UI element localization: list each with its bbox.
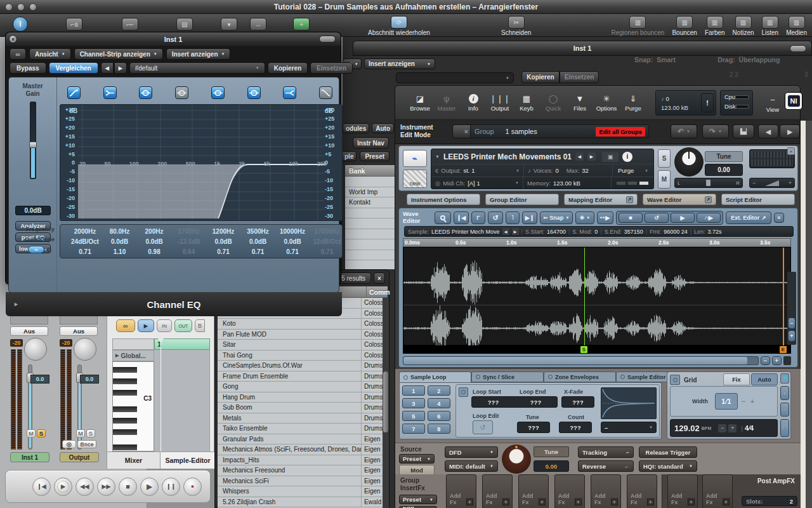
sample-list-row[interactable]: Impacts_Hits Eigen [218, 455, 383, 466]
close-results-icon[interactable]: × [374, 272, 385, 284]
channel-name-2[interactable]: Output [60, 452, 99, 462]
vzoom-in-icon[interactable]: + [788, 330, 796, 342]
band-4-peak-button[interactable] [175, 86, 188, 99]
bank-row[interactable] [345, 229, 395, 240]
autozoom-icon[interactable]: ⌐a [66, 18, 82, 30]
sample-end-value[interactable]: 357150 [624, 229, 643, 235]
wave-loop-play-button[interactable]: ↺ [645, 213, 669, 223]
editor-tab[interactable]: Wave Editor↗ [643, 194, 716, 205]
kontakt-toolbar-button[interactable]: ◯Quick [540, 88, 566, 117]
wave-scrollbar-thumb[interactable] [403, 357, 747, 364]
toolbar-button[interactable]: ▥Notizen [733, 16, 754, 36]
release-trigger-button[interactable]: Release Trigger [639, 446, 697, 458]
bank-header[interactable]: Bank [345, 165, 395, 177]
wave-timeline[interactable]: 0.0ms0.5s1.0s1.5s2.0s2.5s3.0s3.5s [403, 238, 791, 247]
next-instrument-button[interactable]: ▶ [780, 124, 800, 138]
toolbar-button[interactable]: ▥Regionen bouncen [611, 16, 664, 36]
kopieren-button[interactable]: Kopieren [521, 71, 560, 83]
band-5-peak-button[interactable] [211, 86, 225, 99]
bank-row[interactable] [345, 208, 395, 219]
grid-flag-icon[interactable]: ⚑ [780, 373, 789, 384]
kontakt-toolbar-button[interactable]: ψMaster [433, 88, 460, 117]
wave-play-button[interactable]: ▶ [671, 213, 695, 223]
catch-playhead-button[interactable]: ► [138, 319, 154, 332]
next-preset-icon[interactable]: ▶ [114, 62, 127, 74]
eq-graph[interactable]: dB dB 20501002005001k2k5k10k20k [60, 104, 343, 221]
mute-button[interactable]: M [658, 170, 671, 189]
einsetzen-button[interactable]: Einsetzen [560, 71, 599, 83]
vzoom-out-icon[interactable]: − [788, 318, 796, 329]
midi-default-dropdown[interactable]: MIDI: default▼ [445, 460, 498, 472]
tracking-button[interactable]: Tracking⌐ [578, 446, 634, 458]
bank-row[interactable] [345, 218, 395, 229]
sample-list-row[interactable]: Mechanics Freesound Eigen [218, 465, 383, 476]
playhead[interactable] [160, 338, 161, 451]
sample-name[interactable]: LEEDS Printer Mech Move [431, 229, 500, 235]
master-gain-slider[interactable] [30, 102, 36, 179]
group-display[interactable]: Group1 samples Edit all Groups [470, 124, 649, 138]
save-button[interactable] [733, 124, 754, 138]
gear-menu[interactable]: ✳▼ [575, 211, 594, 224]
bpm-plus-icon[interactable]: + [728, 424, 737, 432]
pan-knob-1[interactable] [24, 338, 47, 361]
record-button[interactable]: ● [183, 478, 202, 496]
send-slot-1[interactable]: Aus [10, 326, 48, 336]
preset-dropdown-bg[interactable]: ▼ [396, 72, 514, 83]
crossfade-icon[interactable]: ↔ [250, 18, 266, 30]
undo-button[interactable]: ↶▼ [671, 124, 697, 138]
output-select[interactable]: €Output:st. 1▼ [431, 164, 524, 177]
instrument-dropdown-icon[interactable]: ▼ [435, 154, 440, 159]
loop-slot-button[interactable]: 2 [428, 385, 450, 396]
instr-nav-button[interactable]: Instr Nav [353, 137, 389, 149]
add-fx-slot[interactable]: Add Fx+ [518, 474, 549, 508]
loop-slot-button[interactable]: 8 [428, 424, 450, 434]
grid-lock-icon[interactable] [780, 419, 789, 437]
preset-dropdown[interactable]: #default▼ [129, 62, 265, 74]
jump-start-icon[interactable]: ❙◀ [454, 211, 469, 224]
loop-icon[interactable]: ↺ [488, 211, 503, 224]
add-fx-slot[interactable]: Add Fx+ [482, 474, 513, 508]
wrench-edit-button[interactable]: ⌁ [403, 150, 427, 167]
width-minus-icon[interactable]: − [739, 396, 748, 407]
bank-row[interactable] [345, 177, 395, 187]
info-icon[interactable]: i [13, 17, 28, 32]
solo-button-1[interactable]: S [37, 429, 46, 438]
link-chain-button[interactable]: ∞ [116, 319, 135, 332]
band-2-lowshelf-button[interactable] [103, 86, 117, 99]
tab-mixer[interactable]: Mixer [107, 452, 160, 469]
tab-sample-editor[interactable]: Sample-Editor [160, 452, 215, 469]
toolbar-button[interactable]: ▥Listen [762, 16, 779, 36]
sample-list-row[interactable]: 5.26 Zildjian Crash Ewald [218, 497, 383, 508]
sample-start-value[interactable]: 164700 [547, 229, 566, 235]
hzoom-in-icon[interactable]: + [772, 356, 782, 365]
preset-button[interactable]: Preset [360, 151, 390, 161]
source-tune-knob[interactable] [502, 444, 531, 474]
dfd-dropdown[interactable]: DFD▼ [445, 446, 498, 458]
band-6-peak-button[interactable] [247, 86, 261, 99]
sample-list-row[interactable]: Mechanics SciFi Eigen [218, 476, 383, 487]
sample-list-row[interactable]: Metals Drums [218, 413, 383, 424]
pan-slider[interactable]: LR [674, 178, 743, 188]
list-scrollbar[interactable] [383, 298, 389, 508]
close-wave-editor-icon[interactable]: × [774, 213, 784, 223]
midi-channel-select[interactable]: ◎Midi Ch:[A] 1▼ [431, 177, 523, 189]
next-sample-icon[interactable]: ▶ [512, 228, 519, 235]
toolbar-schneiden[interactable]: ✂ Schneiden [501, 16, 531, 36]
kontakt-toolbar-button[interactable]: ⇓Purge [620, 88, 646, 117]
editor-tab[interactable]: Group Editor [485, 194, 559, 205]
eq-band-column[interactable]: 1200Hz0.0dB0.71 [206, 227, 240, 257]
bounce-button[interactable]: Bnce [77, 440, 96, 448]
loop-tab[interactable]: Sample Loop [399, 371, 471, 382]
xfade-value[interactable]: ??? [561, 396, 594, 408]
pause-button[interactable]: ❙❙ [162, 478, 180, 496]
piano-grid[interactable] [154, 350, 210, 451]
eq-band-column[interactable]: 17000Hz12dB/Oct0.71 [310, 227, 344, 257]
info-circle-icon[interactable]: i [622, 152, 632, 162]
master-gain-thumb[interactable] [29, 142, 37, 148]
window-titlebar[interactable]: Tutorial 028 – Drum Samples aus Aufnahme… [0, 0, 812, 14]
toolbar-button[interactable]: ▥Medien [786, 16, 807, 36]
hzoom-out-icon[interactable]: − [761, 356, 770, 365]
marquee-icon[interactable]: ▾ [221, 18, 237, 30]
loop-start-end-values[interactable]: ?????? [471, 396, 558, 408]
tune-value[interactable]: 0.00 [705, 164, 743, 176]
